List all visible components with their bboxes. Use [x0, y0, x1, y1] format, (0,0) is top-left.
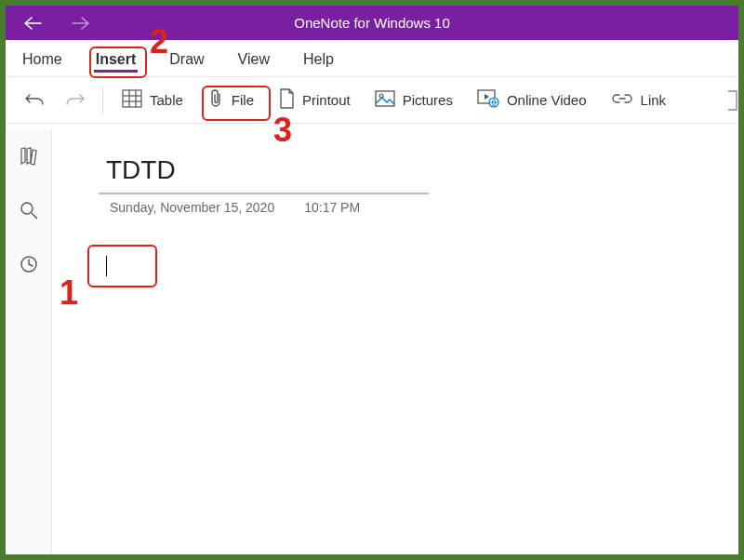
undo-button[interactable] — [17, 85, 52, 116]
table-button[interactable]: Table — [113, 84, 193, 116]
page-canvas[interactable]: TDTD Sunday, November 15, 2020 10:17 PM — [52, 129, 738, 554]
back-arrow-icon[interactable] — [22, 16, 43, 31]
page-time: 10:17 PM — [304, 200, 360, 215]
ribbon-separator — [102, 86, 103, 115]
tab-draw[interactable]: Draw — [166, 46, 207, 72]
page-meta: Sunday, November 15, 2020 10:17 PM — [99, 200, 738, 215]
online-video-icon — [477, 89, 499, 111]
svg-point-9 — [21, 203, 33, 214]
title-separator — [99, 193, 429, 194]
svg-rect-5 — [376, 91, 394, 106]
search-icon[interactable] — [19, 200, 39, 224]
forward-arrow-icon[interactable] — [71, 16, 91, 31]
tab-home[interactable]: Home — [19, 46, 66, 72]
app-window: OneNote for Windows 10 Home Insert Draw … — [0, 0, 744, 560]
notebooks-icon[interactable] — [19, 146, 39, 170]
redo-button[interactable] — [58, 85, 93, 116]
annotation-number-2: 2 — [150, 22, 168, 61]
text-cursor — [106, 256, 107, 276]
annotation-number-1: 1 — [60, 273, 78, 313]
pictures-label: Pictures — [403, 92, 453, 108]
link-button[interactable]: Link — [602, 87, 676, 113]
svg-rect-0 — [123, 90, 141, 107]
online-video-button[interactable]: Online Video — [468, 84, 596, 116]
table-icon — [122, 89, 142, 111]
link-label: Link — [641, 92, 667, 108]
printout-label: Printout — [302, 92, 351, 108]
annotation-number-3: 3 — [273, 111, 292, 150]
content-area: TDTD Sunday, November 15, 2020 10:17 PM — [6, 129, 738, 554]
link-icon — [611, 92, 633, 108]
document-icon — [278, 88, 295, 112]
nav-group — [6, 16, 91, 31]
highlight-box-3 — [202, 86, 271, 121]
side-rail — [6, 129, 52, 554]
page-title[interactable]: TDTD — [99, 155, 738, 185]
online-video-label: Online Video — [507, 92, 587, 108]
tab-help[interactable]: Help — [299, 46, 338, 72]
highlight-box-1 — [87, 245, 157, 287]
tab-view[interactable]: View — [234, 46, 273, 72]
page-date: Sunday, November 15, 2020 — [110, 200, 274, 215]
pictures-button[interactable]: Pictures — [365, 85, 462, 115]
table-label: Table — [150, 92, 183, 108]
more-button[interactable] — [718, 85, 738, 116]
ribbon: Table File Printout Pictures Online Vide… — [6, 77, 738, 124]
recent-icon[interactable] — [19, 254, 39, 278]
svg-point-6 — [379, 94, 383, 98]
svg-line-10 — [32, 213, 37, 219]
picture-icon — [375, 90, 395, 110]
app-title: OneNote for Windows 10 — [294, 15, 450, 31]
titlebar: OneNote for Windows 10 — [6, 6, 738, 40]
highlight-box-2 — [89, 47, 147, 78]
